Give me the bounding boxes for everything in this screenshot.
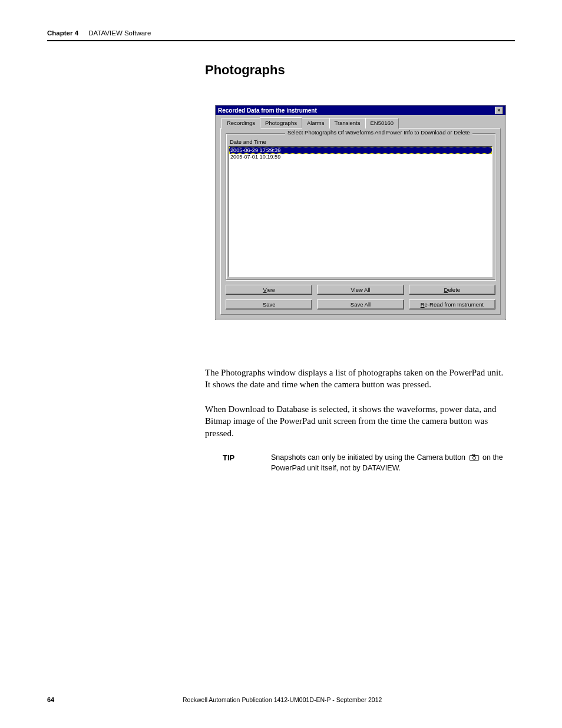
dialog-titlebar: Recorded Data from the instrument × xyxy=(216,106,505,115)
list-item[interactable]: 2005-06-29 17:29:39 xyxy=(229,147,492,154)
svg-point-2 xyxy=(472,456,475,459)
body-paragraph-2: When Download to Database is selected, i… xyxy=(205,403,505,439)
view-button[interactable]: View xyxy=(226,285,312,295)
view-rest: iew xyxy=(267,286,275,293)
delete-button[interactable]: Delete xyxy=(409,285,495,295)
software-label: DATAVIEW Software xyxy=(88,29,151,37)
page-header: Chapter 4 DATAVIEW Software xyxy=(47,29,515,41)
publication-info: Rockwell Automation Publication 1412-UM0… xyxy=(183,696,515,703)
svg-rect-1 xyxy=(472,454,474,456)
list-item[interactable]: 2005-07-01 10:19:59 xyxy=(229,154,492,160)
view-all-button[interactable]: View All xyxy=(317,285,404,295)
reread-mnemonic: R xyxy=(421,301,425,308)
save-button[interactable]: Save xyxy=(226,299,312,309)
body-paragraph-1: The Photographs window displays a list o… xyxy=(205,367,505,391)
tab-recordings[interactable]: Recordings xyxy=(222,118,260,129)
select-photographs-fieldset: Select Photographs Of Waveforms And Powe… xyxy=(226,133,495,280)
tip-text: Snapshots can only be initiated by using… xyxy=(271,453,504,473)
tab-en50160[interactable]: EN50160 xyxy=(365,118,399,129)
chapter-label: Chapter 4 xyxy=(47,29,78,37)
section-heading-photographs: Photographs xyxy=(205,62,285,78)
reread-rest: e-Read from Instrument xyxy=(425,301,484,308)
page-number: 64 xyxy=(47,696,183,703)
dialog-title-text: Recorded Data from the instrument xyxy=(218,107,317,114)
tab-transients[interactable]: Transients xyxy=(329,118,366,129)
tip-label: TIP xyxy=(223,453,271,473)
camera-icon xyxy=(469,454,480,461)
photograph-listbox[interactable]: 2005-06-29 17:29:39 2005-07-01 10:19:59 xyxy=(229,146,492,277)
tab-alarms[interactable]: Alarms xyxy=(302,118,330,129)
fieldset-legend: Select Photographs Of Waveforms And Powe… xyxy=(285,129,472,136)
recorded-data-dialog: Recorded Data from the instrument × Reco… xyxy=(215,105,506,320)
page-footer: 64 Rockwell Automation Publication 1412-… xyxy=(47,696,515,703)
close-icon[interactable]: × xyxy=(495,107,503,114)
reread-button[interactable]: Re-Read from Instrument xyxy=(409,299,495,309)
delete-rest: elete xyxy=(448,286,460,293)
tab-photographs[interactable]: Photographs xyxy=(260,117,302,128)
save-all-button[interactable]: Save All xyxy=(317,299,404,309)
tip-text-before: Snapshots can only be initiated by using… xyxy=(271,453,468,462)
tab-strip: Recordings Photographs Alarms Transients… xyxy=(220,117,501,128)
button-row-1: View View All Delete xyxy=(226,285,495,295)
tab-panel: Select Photographs Of Waveforms And Powe… xyxy=(220,128,501,315)
date-time-label: Date and Time xyxy=(230,139,492,145)
tip-block: TIP Snapshots can only be initiated by u… xyxy=(223,453,504,473)
button-row-2: Save Save All Re-Read from Instrument xyxy=(226,299,495,309)
dialog-body: Recordings Photographs Alarms Transients… xyxy=(216,115,505,319)
